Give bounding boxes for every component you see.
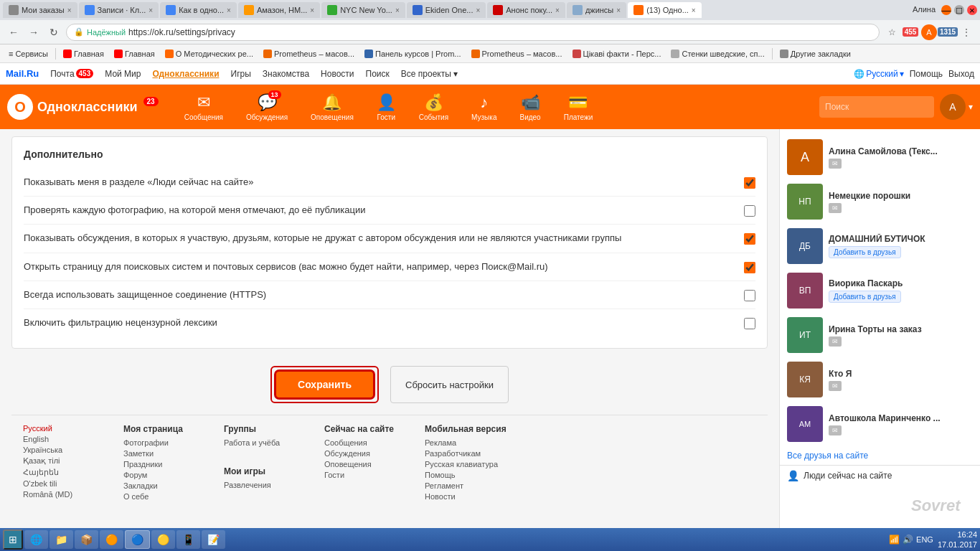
ok-nav-discussions[interactable]: 💬 13 Обсуждения	[235, 85, 299, 129]
mailru-moy-mir[interactable]: Мой Мир	[99, 63, 146, 85]
tab-close-ekiden[interactable]: ×	[476, 6, 480, 14]
start-button[interactable]: ⊞	[3, 529, 23, 550]
footer-forum[interactable]: Форум	[123, 471, 195, 479]
tab-my-orders[interactable]: Мои заказы ×	[3, 2, 77, 18]
message-icon-5[interactable]: ✉	[829, 336, 842, 347]
all-friends-link[interactable]: Все друзья на сайте	[780, 446, 980, 465]
mailru-odnoklassniki[interactable]: Одноклассники	[146, 63, 225, 85]
footer-holidays[interactable]: Праздники	[123, 460, 195, 468]
tab-kak[interactable]: Как в одно... ×	[160, 2, 237, 18]
lang-uzbek[interactable]: O'zbek tili	[23, 479, 95, 488]
taskbar-explorer[interactable]: 📁	[50, 530, 73, 549]
ok-nav-music[interactable]: ♪ Музыка	[460, 85, 508, 129]
language-selector[interactable]: 🌐 Русский ▾	[854, 69, 904, 79]
footer-work-study[interactable]: Работа и учёба	[224, 438, 296, 447]
bookmark-prometheus-2[interactable]: Prometheus – масов...	[467, 48, 567, 60]
reset-button[interactable]: Сбросить настройки	[390, 366, 509, 403]
lang-ukrainian[interactable]: Українська	[23, 446, 95, 454]
taskbar-word[interactable]: 📝	[202, 530, 225, 549]
friend-action-3[interactable]: Добавить в друзья	[829, 246, 901, 258]
taskbar-chrome[interactable]: 🔵	[125, 530, 150, 549]
taskbar-ie[interactable]: 🌐	[24, 530, 48, 549]
message-icon-6[interactable]: ✉	[829, 381, 842, 391]
minimize-button[interactable]: —	[941, 5, 951, 15]
ok-nav-payments[interactable]: 💳 Платежи	[552, 85, 605, 129]
mailru-pochta[interactable]: Почта 453	[44, 63, 99, 85]
friend-item-6[interactable]: КЯ Кто Я ✉	[780, 357, 980, 402]
footer-regulations[interactable]: Регламент	[425, 481, 507, 490]
setting-checkbox-2[interactable]	[744, 205, 755, 217]
vk-ext-button[interactable]: 1315	[940, 24, 956, 40]
ok-nav-events[interactable]: 💰 События	[407, 85, 460, 129]
tab-close-ok[interactable]: ×	[692, 6, 696, 14]
taskbar-vlc[interactable]: 🟠	[100, 530, 123, 549]
tab-close-nyc[interactable]: ×	[395, 6, 400, 14]
footer-ru-keyboard[interactable]: Русская клавиатура	[425, 460, 507, 468]
tab-zapiski[interactable]: Записи · Кл... ×	[79, 2, 159, 18]
bookmark-glavnaya-2[interactable]: Главная	[110, 48, 159, 60]
taskbar-store[interactable]: 📦	[75, 530, 98, 549]
mailru-all-projects[interactable]: Все проекты ▾	[395, 63, 463, 85]
bookmark-panel-kursov[interactable]: Панель курсов | Prom...	[360, 48, 466, 60]
bookmark-star-button[interactable]: ☆	[884, 24, 900, 40]
close-button[interactable]: ×	[967, 5, 977, 15]
footer-help[interactable]: Помощь	[425, 471, 507, 479]
footer-bookmarks[interactable]: Закладки	[123, 481, 195, 490]
bookmark-metodich[interactable]: О Методических ре...	[161, 48, 258, 60]
taskbar-viber[interactable]: 📱	[176, 530, 200, 549]
tab-amazon[interactable]: Амазон, НМ... ×	[238, 2, 320, 18]
address-bar[interactable]: 🔒 Надёжный https://ok.ru/settings/privac…	[66, 24, 880, 41]
message-icon-2[interactable]: ✉	[829, 203, 842, 213]
setting-checkbox-5[interactable]	[744, 290, 755, 301]
mailru-poisk[interactable]: Поиск	[360, 63, 395, 85]
lang-russian[interactable]: Русский	[23, 424, 95, 433]
bookmark-other[interactable]: Другие закладки	[776, 48, 855, 60]
profile-button[interactable]: А	[921, 24, 937, 40]
friend-item-3[interactable]: ДБ ДОМАШНИЙ БУТИЧОК Добавить в друзья	[780, 224, 980, 268]
back-button[interactable]: ←	[6, 24, 22, 40]
friend-item-4[interactable]: ВП Виорика Паскарь Добавить в друзья	[780, 268, 980, 313]
forward-button[interactable]: →	[26, 24, 42, 40]
mailru-novosti[interactable]: Новости	[315, 63, 359, 85]
friend-item-2[interactable]: НП Немецкие порошки ✉	[780, 179, 980, 224]
message-icon-1[interactable]: ✉	[829, 159, 842, 169]
tab-jeans[interactable]: джинсы ×	[567, 2, 626, 18]
footer-ads[interactable]: Реклама	[425, 438, 507, 447]
lang-english[interactable]: English	[23, 435, 95, 443]
mailru-logo[interactable]: Mail.Ru	[6, 68, 39, 79]
ok-search-input[interactable]	[819, 96, 934, 118]
tab-mail-anons[interactable]: Анонс поку... ×	[487, 2, 565, 18]
tab-close-amazon[interactable]: ×	[310, 6, 314, 14]
maximize-button[interactable]: □	[954, 5, 964, 15]
lang-romanian[interactable]: Română (MD)	[23, 490, 95, 499]
setting-checkbox-6[interactable]	[744, 318, 755, 329]
tab-close-kak[interactable]: ×	[227, 6, 231, 14]
mailru-exit[interactable]: Выход	[948, 69, 974, 79]
tab-close-mail[interactable]: ×	[555, 6, 560, 14]
friend-item-5[interactable]: ИТ Ирина Торты на заказ ✉	[780, 313, 980, 357]
ok-nav-notifications[interactable]: 🔔 Оповещения	[299, 85, 365, 129]
friend-item-7[interactable]: АМ Автошкола Маринченко ... ✉	[780, 402, 980, 446]
tab-close-zapiski[interactable]: ×	[149, 6, 153, 14]
footer-photos[interactable]: Фотографии	[123, 438, 195, 447]
footer-news[interactable]: Новости	[425, 492, 507, 501]
taskbar-clock[interactable]: 16:24 17.01.2017	[938, 529, 977, 550]
bookmark-glavnaya-1[interactable]: Главная	[59, 48, 108, 60]
footer-messages[interactable]: Сообщения	[324, 438, 396, 447]
menu-button[interactable]: ⋮	[958, 24, 974, 40]
ok-nav-messages[interactable]: ✉ Сообщения	[173, 85, 235, 129]
reload-button[interactable]: ↻	[46, 24, 62, 40]
ok-nav-video[interactable]: 📹 Видео	[508, 85, 552, 129]
footer-notes[interactable]: Заметки	[123, 449, 195, 458]
setting-checkbox-1[interactable]	[744, 177, 755, 189]
friend-item-1[interactable]: А Алина Самойлова (Текс... ✉	[780, 135, 980, 179]
footer-entertainment[interactable]: Развлечения	[224, 481, 296, 489]
lang-kazakh[interactable]: Қазақ тілі	[23, 456, 95, 466]
footer-developers[interactable]: Разработчикам	[425, 449, 507, 458]
message-icon-7[interactable]: ✉	[829, 425, 842, 435]
setting-checkbox-4[interactable]	[744, 262, 755, 273]
mailru-igry[interactable]: Игры	[225, 63, 257, 85]
footer-guests[interactable]: Гости	[324, 471, 396, 479]
mailru-znakomstva[interactable]: Знакомства	[257, 63, 315, 85]
setting-checkbox-3[interactable]	[744, 233, 755, 245]
